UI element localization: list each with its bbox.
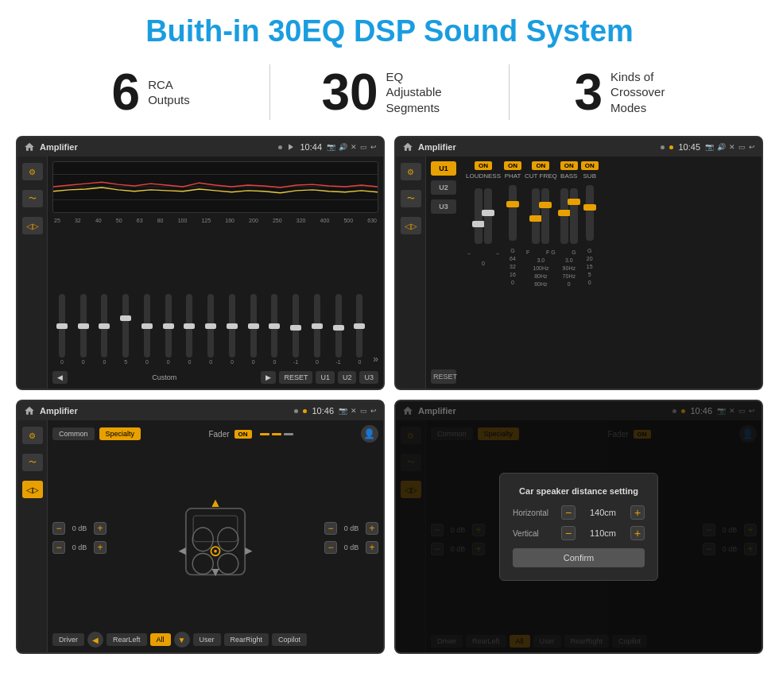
db-minus-tl[interactable]: − [52, 522, 65, 535]
fader-car-diagram [111, 486, 320, 590]
vertical-minus[interactable]: − [561, 526, 576, 540]
crossover-controls: ON LOUDNESS ~ ~ 0 ON [461, 161, 757, 384]
driver-button[interactable]: Driver [52, 633, 84, 646]
db-control-top-left: − 0 dB + [52, 522, 107, 535]
fader-title: Amplifier [40, 406, 289, 416]
fader-status-icons: 📷 ✕ ▭ ↩ [339, 407, 377, 415]
vertical-plus[interactable]: + [630, 526, 645, 540]
db-plus-tl[interactable]: + [94, 522, 107, 535]
eq-slider-12[interactable]: 0 [308, 294, 327, 365]
home-icon-2 [402, 141, 413, 153]
eq-slider-11[interactable]: -1 [286, 294, 305, 365]
user-icon[interactable]: 👤 [361, 425, 378, 443]
eq-slider-5[interactable]: 0 [159, 294, 178, 365]
rearleft-button[interactable]: RearLeft [107, 633, 147, 646]
eq-reset-button[interactable]: RESET [279, 371, 312, 384]
fader-sidebar-icon-2[interactable]: 〜 [22, 454, 43, 471]
home-icon-3 [24, 405, 35, 416]
vertical-value: 110cm [580, 528, 626, 538]
crossover-sidebar-icon-1[interactable]: ⚙ [401, 163, 421, 180]
eq-slider-10[interactable]: 0 [265, 294, 285, 365]
db-plus-br[interactable]: + [366, 541, 378, 554]
crossover-screen: Amplifier 10:45 📷 🔊 ✕ ▭ ↩ ⚙ 〜 ◁▷ U1 U2 [394, 136, 763, 390]
eq-slider-6[interactable]: 0 [180, 294, 200, 365]
bass-on-badge: ON [560, 161, 578, 170]
eq-slider-3[interactable]: 5 [116, 294, 135, 365]
crossover-sidebar-icon-2[interactable]: 〜 [401, 190, 421, 207]
fader-screen: Amplifier 10:46 📷 ✕ ▭ ↩ ⚙ 〜 ◁▷ Common Sp [16, 400, 385, 654]
specialty-tab[interactable]: Specialty [99, 427, 141, 440]
common-tab[interactable]: Common [52, 427, 95, 440]
eq-slider-14[interactable]: 0 [351, 294, 370, 365]
svg-rect-5 [193, 516, 238, 542]
horizontal-label: Horizontal [513, 509, 556, 517]
eq-freq-labels: 25 32 40 50 63 80 100 125 160 200 250 32… [52, 218, 378, 223]
db-minus-tr[interactable]: − [324, 522, 337, 535]
horizontal-plus[interactable]: + [630, 505, 645, 520]
fader-sidebar-icon-3[interactable]: ◁▷ [22, 481, 43, 498]
crossover-title: Amplifier [418, 142, 656, 152]
camera-icon-3: 📷 [339, 407, 347, 415]
db-control-bottom-left: − 0 dB + [52, 541, 107, 554]
bass-control: ON BASS G 3.0 90Hz 70Hz 0 [560, 161, 578, 384]
eq-content: ⚙ 〜 ◁▷ [17, 157, 383, 389]
svg-point-8 [192, 554, 213, 574]
eq-sidebar-icon-2[interactable]: 〜 [22, 190, 43, 207]
arrow-left[interactable]: ◀ [87, 632, 103, 648]
svg-marker-0 [289, 144, 294, 150]
eq-sidebar-icon-3[interactable]: ◁▷ [22, 217, 43, 234]
eq-u1-button[interactable]: U1 [316, 371, 335, 384]
sub-control: ON SUB G 20 15 5 0 [581, 161, 599, 384]
crossover-sidebar-icon-3[interactable]: ◁▷ [401, 217, 421, 234]
eq-slider-1[interactable]: 0 [74, 294, 93, 365]
eq-dot1 [278, 145, 282, 149]
rect-icon: ▭ [360, 143, 367, 151]
fader-label: Fader [208, 430, 229, 439]
rearright-button[interactable]: RearRight [224, 633, 269, 646]
back-icon-2: ↩ [749, 143, 755, 151]
svg-point-9 [218, 554, 238, 574]
crossover-u2-button[interactable]: U2 [431, 180, 456, 195]
eq-custom-label: Custom [71, 373, 258, 381]
eq-graph [52, 161, 378, 213]
arrow-down[interactable]: ▼ [174, 632, 190, 648]
eq-slider-7[interactable]: 0 [201, 294, 220, 365]
db-minus-bl[interactable]: − [52, 541, 65, 554]
eq-sidebar-icon-1[interactable]: ⚙ [22, 163, 43, 180]
expand-icon[interactable]: » [371, 354, 378, 365]
horizontal-minus[interactable]: − [561, 505, 576, 520]
db-plus-tr[interactable]: + [366, 522, 378, 535]
eq-slider-2[interactable]: 0 [95, 294, 114, 365]
user-button[interactable]: User [193, 633, 221, 646]
fader-content: ⚙ 〜 ◁▷ Common Specialty Fader ON 👤 [17, 420, 383, 652]
db-plus-bl[interactable]: + [94, 541, 107, 554]
eq-prev-button[interactable]: ◀ [52, 371, 68, 384]
copilot-button[interactable]: Copilot [272, 633, 307, 646]
eq-sidebar: ⚙ 〜 ◁▷ [17, 157, 48, 389]
eq-slider-8[interactable]: 0 [223, 294, 242, 365]
eq-slider-4[interactable]: 0 [138, 294, 157, 365]
fader-sidebar-icon-1[interactable]: ⚙ [22, 427, 43, 444]
home-icon [24, 141, 35, 153]
all-button[interactable]: All [150, 633, 171, 646]
db-value-br: 0 dB [340, 543, 362, 551]
eq-slider-13[interactable]: -1 [329, 294, 348, 365]
page-title: Buith-in 30EQ DSP Sound System [0, 0, 779, 56]
eq-slider-0[interactable]: 0 [52, 294, 72, 365]
crossover-u1-button[interactable]: U1 [431, 161, 456, 176]
crossover-u3-button[interactable]: U3 [431, 199, 456, 214]
eq-u3-button[interactable]: U3 [359, 371, 378, 384]
eq-slider-9[interactable]: 0 [244, 294, 263, 365]
eq-next-button[interactable]: ▶ [261, 371, 276, 384]
freq-32: 32 [75, 218, 81, 223]
crossover-status-bar: Amplifier 10:45 📷 🔊 ✕ ▭ ↩ [396, 137, 762, 157]
freq-80: 80 [157, 218, 164, 223]
crossover-presets: U1 U2 U3 RESET [431, 161, 456, 384]
confirm-button[interactable]: Confirm [513, 548, 645, 567]
eq-status-bar: Amplifier 10:44 📷 🔊 ✕ ▭ ↩ [17, 137, 383, 157]
eq-u2-button[interactable]: U2 [338, 371, 357, 384]
db-value-tr: 0 dB [340, 524, 362, 532]
freq-400: 400 [320, 218, 330, 223]
db-minus-br[interactable]: − [324, 541, 337, 554]
crossover-reset-button[interactable]: RESET [431, 369, 456, 384]
